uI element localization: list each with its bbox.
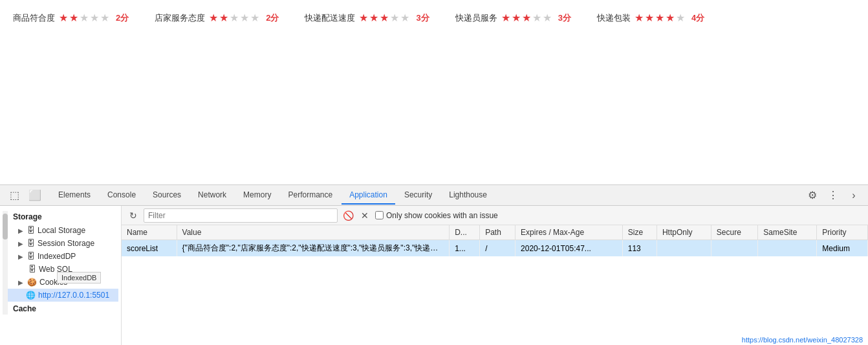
refresh-button[interactable]: ↻	[127, 209, 140, 222]
star-5: ★	[676, 12, 685, 24]
rating-label: 快递包装	[597, 12, 631, 24]
star-2: ★	[512, 12, 521, 24]
tab-sources[interactable]: Sources	[145, 186, 189, 205]
rating-score: 3分	[416, 12, 429, 24]
more-options-button[interactable]: ⋮	[824, 186, 842, 205]
devtools-main-panel: ↻ 🚫 ✕ Only show cookies with an issue Na…	[122, 206, 868, 345]
close-filter-button[interactable]: ✕	[358, 209, 371, 222]
table-header-row: Name Value D... Path Expires / Max-Age S…	[122, 225, 868, 240]
rating-service-attitude: 店家服务态度 ★ ★ ★ ★ ★ 2分	[155, 12, 279, 24]
rating-courier-service: 快递员服务 ★ ★ ★ ★ ★ 3分	[455, 12, 571, 24]
tab-application[interactable]: Application	[342, 186, 395, 205]
cell-path: /	[480, 240, 515, 257]
cookies-table: Name Value D... Path Expires / Max-Age S…	[122, 225, 868, 256]
close-devtools-button[interactable]: ›	[845, 186, 863, 205]
star-5: ★	[250, 12, 259, 24]
star-1: ★	[501, 12, 510, 24]
only-show-cookies-checkbox[interactable]	[375, 211, 384, 219]
tab-security[interactable]: Security	[396, 186, 440, 205]
star-1: ★	[59, 12, 68, 24]
inspect-element-button[interactable]: ⬚	[5, 186, 23, 205]
stars: ★ ★ ★ ★ ★	[635, 12, 685, 24]
storage-section-label: Storage	[8, 210, 118, 224]
clear-filter-icon[interactable]: 🚫	[342, 209, 354, 222]
star-2: ★	[645, 12, 654, 24]
database-icon: 🗄	[28, 265, 36, 274]
only-show-cookies-checkbox-label[interactable]: Only show cookies with an issue	[375, 211, 498, 220]
table-row[interactable]: scoreList {"商品符合度":2,"店家服务态度":2,"快递配送速度"…	[122, 240, 868, 257]
col-secure: Secure	[711, 225, 758, 240]
rating-product-match: 商品符合度 ★ ★ ★ ★ ★ 2分	[13, 12, 129, 24]
star-3: ★	[380, 12, 389, 24]
rating-score: 2分	[116, 12, 129, 24]
only-show-cookies-label: Only show cookies with an issue	[386, 211, 498, 220]
star-2: ★	[369, 12, 378, 24]
rating-packaging: 快递包装 ★ ★ ★ ★ ★ 4分	[597, 12, 704, 24]
cell-name: scoreList	[122, 240, 177, 257]
sidebar-item-indexeddb[interactable]: ▶ 🗄 IndexedDP	[8, 250, 118, 263]
star-3: ★	[522, 12, 531, 24]
devtools-tab-icons: ⬚ ⬜	[5, 186, 44, 205]
cookies-table-scroll[interactable]: Name Value D... Path Expires / Max-Age S…	[122, 225, 868, 345]
rating-score: 4分	[691, 12, 704, 24]
col-size: Size	[622, 225, 656, 240]
cell-size: 113	[622, 240, 656, 257]
sidebar-item-session-storage[interactable]: ▶ 🗄 Session Storage	[8, 237, 118, 250]
col-priority: Priority	[817, 225, 868, 240]
tab-elements[interactable]: Elements	[50, 186, 98, 205]
status-url: https://blog.csdn.net/weixin_48027328	[737, 335, 868, 345]
database-icon: 🗄	[27, 252, 35, 261]
star-3: ★	[655, 12, 664, 24]
col-expires: Expires / Max-Age	[515, 225, 623, 240]
tab-console[interactable]: Console	[100, 186, 144, 205]
expand-arrow-icon: ▶	[18, 279, 23, 286]
rating-delivery-speed: 快递配送速度 ★ ★ ★ ★ ★ 3分	[305, 12, 429, 24]
cell-priority: Medium	[817, 240, 868, 257]
indexeddb-label: IndexedDP	[38, 252, 76, 261]
filter-input[interactable]	[144, 208, 338, 223]
rating-label: 快递配送速度	[305, 12, 355, 24]
star-3: ★	[230, 12, 239, 24]
stars: ★ ★ ★ ★ ★	[59, 12, 109, 24]
col-samesite: SameSite	[758, 225, 817, 240]
star-2: ★	[69, 12, 78, 24]
star-1: ★	[635, 12, 644, 24]
cell-domain: 1...	[450, 240, 480, 257]
stars: ★ ★ ★ ★ ★	[359, 12, 409, 24]
expand-arrow-icon: ▶	[18, 253, 23, 260]
sidebar-item-local-storage[interactable]: ▶ 🗄 Local Storage	[8, 224, 118, 237]
local-storage-label: Local Storage	[38, 226, 85, 235]
col-httponly: HttpOnly	[656, 225, 711, 240]
cell-expires: 2020-12-01T05:47...	[515, 240, 623, 257]
rating-label: 快递员服务	[455, 12, 497, 24]
star-5: ★	[400, 12, 409, 24]
col-path: Path	[480, 225, 515, 240]
rating-score: 3分	[558, 12, 571, 24]
stars: ★ ★ ★ ★ ★	[501, 12, 552, 24]
device-toggle-button[interactable]: ⬜	[26, 186, 44, 205]
database-icon: 🗄	[27, 226, 35, 235]
star-2: ★	[219, 12, 228, 24]
tab-network[interactable]: Network	[190, 186, 234, 205]
col-domain: D...	[450, 225, 480, 240]
sidebar-item-cookies-url[interactable]: 🌐 http://127.0.0.1:5501	[8, 289, 118, 302]
star-5: ★	[100, 12, 109, 24]
tab-memory[interactable]: Memory	[235, 186, 279, 205]
expand-arrow-icon: ▶	[18, 240, 23, 247]
session-storage-label: Session Storage	[38, 239, 94, 248]
rating-score: 2分	[266, 12, 279, 24]
cell-value: {"商品符合度":2,"店家服务态度":2,"快递配送速度":3,"快递员服务"…	[177, 240, 450, 257]
tab-lighthouse[interactable]: Lighthouse	[441, 186, 495, 205]
stars: ★ ★ ★ ★ ★	[209, 12, 259, 24]
star-4: ★	[90, 12, 99, 24]
star-3: ★	[80, 12, 89, 24]
devtools-panel: ⬚ ⬜ Elements Console Sources Network Mem…	[0, 184, 868, 345]
cookie-icon: 🍪	[27, 278, 37, 287]
star-1: ★	[359, 12, 368, 24]
col-name: Name	[122, 225, 177, 240]
cell-samesite	[758, 240, 817, 257]
cookies-url-label: http://127.0.0.1:5501	[38, 291, 109, 300]
star-5: ★	[543, 12, 552, 24]
settings-button[interactable]: ⚙	[803, 186, 821, 205]
tab-performance[interactable]: Performance	[280, 186, 340, 205]
